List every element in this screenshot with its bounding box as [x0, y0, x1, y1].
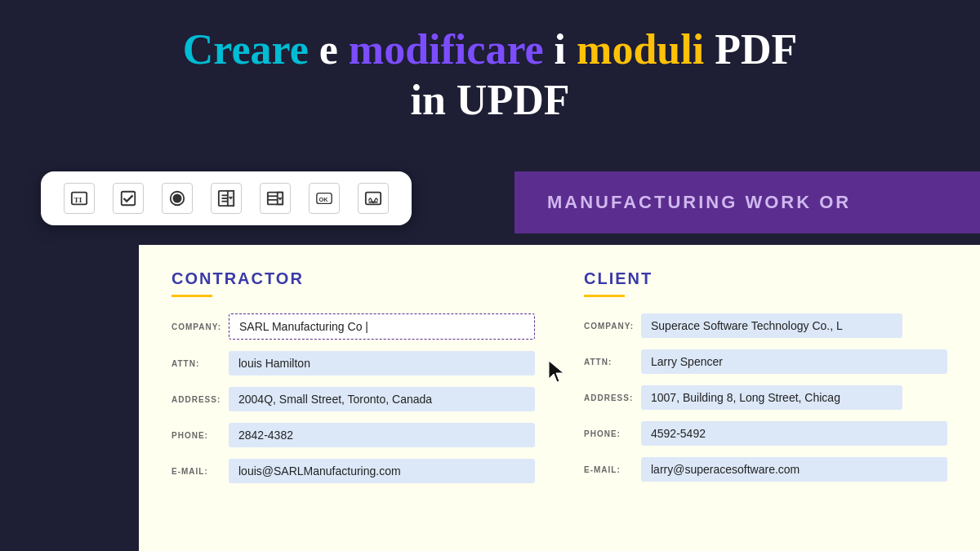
client-company-input[interactable]: [641, 313, 902, 338]
document-area: CONTRACTOR COMPANY: ATTN: ADDRESS: PHONE…: [139, 245, 980, 551]
contractor-phone-row: PHONE:: [172, 423, 535, 447]
title-i: i: [544, 26, 577, 73]
client-email-label: E-MAIL:: [584, 465, 641, 474]
client-phone-row: PHONE:: [584, 421, 947, 446]
contractor-address-label: ADDRESS:: [172, 395, 229, 404]
client-email-input[interactable]: [641, 457, 947, 482]
client-attn-row: ATTN:: [584, 349, 947, 374]
client-attn-label: ATTN:: [584, 358, 641, 367]
text-field-icon[interactable]: TI: [64, 183, 95, 214]
client-phone-label: PHONE:: [584, 429, 641, 438]
client-section: CLIENT COMPANY: ATTN: ADDRESS: PHONE:: [584, 269, 947, 527]
title-moduli: moduli: [577, 26, 704, 73]
contractor-email-row: E-MAIL:: [172, 459, 535, 483]
contractor-attn-label: ATTN:: [172, 359, 229, 368]
client-email-row: E-MAIL:: [584, 457, 947, 482]
contractor-company-row: COMPANY:: [172, 313, 535, 340]
contractor-attn-input[interactable]: [229, 351, 535, 375]
radio-icon[interactable]: [162, 183, 193, 214]
contractor-email-input[interactable]: [229, 459, 535, 483]
client-company-label: COMPANY:: [584, 322, 641, 331]
contractor-phone-input[interactable]: [229, 423, 535, 447]
contractor-company-label: COMPANY:: [172, 322, 229, 331]
list-icon[interactable]: [211, 183, 242, 214]
client-phone-input[interactable]: [641, 421, 947, 446]
svg-text:OK: OK: [319, 196, 329, 203]
checkbox-icon[interactable]: [113, 183, 144, 214]
signature-icon[interactable]: [358, 183, 389, 214]
client-address-row: ADDRESS:: [584, 385, 947, 410]
client-company-row: COMPANY:: [584, 313, 947, 338]
client-address-label: ADDRESS:: [584, 393, 641, 402]
contractor-company-input[interactable]: [229, 313, 535, 340]
main-title: Creare e modificare i moduli PDF in UPDF: [0, 24, 980, 127]
contractor-underline: [172, 295, 212, 297]
client-attn-input[interactable]: [641, 349, 947, 374]
button-icon[interactable]: OK: [309, 183, 340, 214]
title-line2: in UPDF: [411, 77, 570, 123]
combo-icon[interactable]: [260, 183, 291, 214]
purple-header-bar: MANUFACTURING WORK OR: [514, 171, 980, 233]
client-address-input[interactable]: [641, 385, 902, 410]
manufacturing-header-text: MANUFACTURING WORK OR: [547, 192, 851, 213]
contractor-email-label: E-MAIL:: [172, 467, 229, 476]
title-modificare: modificare: [349, 26, 544, 73]
svg-rect-2: [122, 192, 136, 206]
title-creare: Creare: [183, 26, 309, 73]
contractor-section: CONTRACTOR COMPANY: ATTN: ADDRESS: PHONE…: [172, 269, 535, 527]
contractor-title: CONTRACTOR: [172, 269, 535, 288]
contractor-address-row: ADDRESS:: [172, 387, 535, 411]
client-title: CLIENT: [584, 269, 947, 288]
client-underline: [584, 295, 625, 297]
toolbar: TI: [41, 171, 412, 225]
svg-point-4: [173, 194, 180, 202]
page-wrapper: Creare e modificare i moduli PDF in UPDF…: [0, 0, 980, 551]
title-e: e: [309, 26, 349, 73]
contractor-phone-label: PHONE:: [172, 431, 229, 440]
title-section: Creare e modificare i moduli PDF in UPDF: [0, 0, 980, 143]
contractor-attn-row: ATTN:: [172, 351, 535, 375]
svg-text:TI: TI: [74, 196, 82, 204]
contractor-address-input[interactable]: [229, 387, 535, 411]
title-pdf: PDF: [704, 26, 797, 73]
